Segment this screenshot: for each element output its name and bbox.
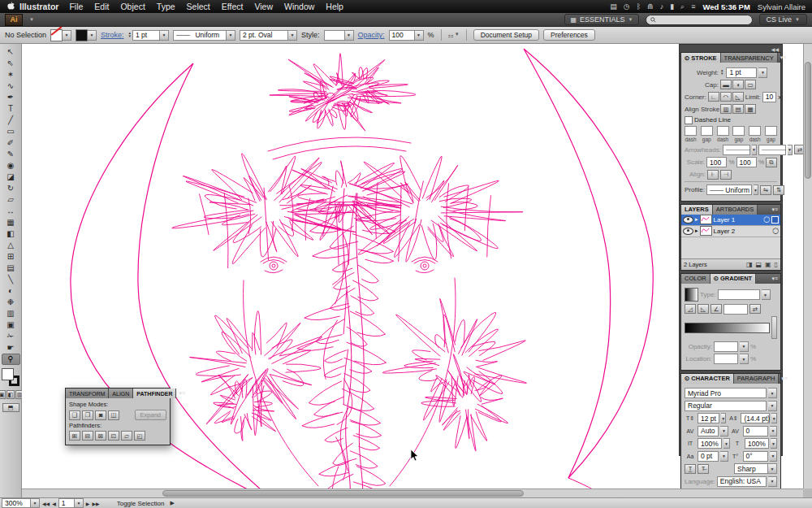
language-field[interactable]: English: USA (717, 476, 767, 487)
draw-normal-button[interactable]: ▣ (0, 390, 6, 399)
preferences-button[interactable]: Preferences (543, 29, 595, 41)
tab-gradient[interactable]: ⊙GRADIENT (710, 274, 756, 284)
arrowhead-end-dropdown[interactable]: ▼ (788, 145, 793, 155)
eraser-tool[interactable]: ◪ (2, 172, 20, 183)
fill-swatch-dropdown[interactable]: ▼ (63, 30, 71, 41)
cap-projecting-icon[interactable]: ▭ (745, 80, 756, 89)
underline-icon[interactable]: T̲ (685, 464, 696, 474)
profile-field[interactable]: —— Uniform (706, 185, 752, 195)
gradient-angle-field[interactable] (723, 304, 748, 315)
flip-along-icon[interactable]: ⇋ (760, 185, 771, 195)
rotate-tool[interactable]: ↻ (2, 183, 20, 194)
display-icon[interactable]: ▤ (610, 2, 617, 11)
document-setup-button[interactable]: Document Setup (473, 29, 539, 41)
selection-tool[interactable]: ↖ (2, 46, 20, 58)
rectangle-tool[interactable]: ▭ (2, 126, 20, 137)
gradient-stroke-icon-2[interactable]: ◺ (698, 304, 709, 314)
gradient-midpoint-slider[interactable] (771, 316, 777, 339)
weight-dropdown[interactable]: ▼ (758, 67, 767, 78)
tracking-dropdown[interactable]: ▼ (770, 426, 777, 436)
tab-pathfinder[interactable]: PATHFINDER (133, 389, 176, 398)
menu-window[interactable]: Window (279, 2, 320, 11)
zoom-level-field[interactable]: 300% (2, 498, 31, 508)
previous-artboard-button[interactable]: ◀ (52, 501, 56, 506)
draw-behind-button[interactable]: ◧ (6, 390, 15, 399)
zoom-tool[interactable]: ⚲ (2, 354, 20, 365)
tab-transform[interactable]: TRANSFORM (66, 389, 109, 398)
dash-field-0[interactable] (685, 126, 697, 136)
font-style-field[interactable]: Regular (685, 401, 767, 411)
bluetooth-icon[interactable]: ᛒ (637, 2, 641, 11)
search-input[interactable] (646, 15, 753, 25)
intersect-icon[interactable]: ◙ (95, 410, 106, 420)
hand-tool[interactable]: ☛ (2, 342, 20, 354)
outline-icon[interactable]: ▱ (121, 431, 132, 441)
kerning-field[interactable]: Auto (698, 426, 719, 436)
horizontal-scale-field[interactable]: 100% (698, 438, 722, 449)
illustrator-app-icon[interactable]: Ai (5, 14, 23, 26)
gradient-slider[interactable] (685, 323, 770, 333)
eyedropper-tool[interactable]: ╲ (2, 274, 20, 285)
tab-color[interactable]: COLOR (681, 274, 710, 284)
cap-round-icon[interactable]: ◖ (732, 80, 744, 89)
fill-stroke-indicator[interactable] (2, 368, 19, 386)
horizontal-scale-dropdown[interactable]: ▼ (723, 438, 730, 449)
disclosure-triangle-icon[interactable]: ▸ (695, 228, 698, 234)
app-name[interactable]: Illustrator (19, 2, 58, 11)
time-machine-icon[interactable]: ◷ (624, 2, 630, 11)
lasso-tool[interactable]: ∿ (2, 80, 20, 92)
align-stroke-inside-icon[interactable]: ▤ (732, 104, 744, 114)
status-indicator[interactable]: Toggle Selection (117, 500, 165, 507)
layer-target-icon[interactable]: ◯ (763, 216, 770, 223)
antialias-field[interactable]: Sharp (734, 463, 768, 474)
disclosure-triangle-icon[interactable]: ▸ (695, 216, 698, 223)
tracking-field[interactable]: 0 (743, 426, 768, 436)
opacity-field[interactable]: 100 (389, 30, 415, 41)
tab-transparency[interactable]: TRANSPARENCY (721, 53, 778, 63)
width-tool[interactable]: ↔ (2, 206, 20, 217)
language-dropdown[interactable]: ▼ (768, 476, 777, 487)
dash-field-4[interactable] (749, 126, 761, 136)
exclude-icon[interactable]: ◫ (108, 410, 119, 420)
shape-builder-tool[interactable]: ◧ (2, 228, 20, 240)
stroke-swatch-dropdown[interactable]: ▼ (88, 30, 97, 41)
vertical-scrollbar-thumb[interactable] (805, 62, 811, 179)
panel-menu-icon[interactable]: ▾≡ (779, 374, 790, 384)
panel-menu-icon[interactable]: ▾≡ (769, 274, 780, 284)
make-clipping-mask-icon[interactable]: ◨ (746, 261, 753, 268)
magic-wand-tool[interactable]: ✶ (2, 69, 20, 80)
fill-swatch[interactable] (50, 29, 63, 41)
character-rotation-dropdown[interactable]: ▼ (770, 451, 777, 462)
join-round-icon[interactable]: ◠ (720, 92, 732, 102)
cap-butt-icon[interactable]: ▬ (720, 80, 732, 89)
minus-back-icon[interactable]: ◰ (134, 431, 145, 441)
gradient-thumbnail[interactable] (685, 288, 698, 302)
font-size-field[interactable]: 12 pt (698, 413, 719, 423)
reverse-gradient-icon[interactable]: ⇄ (749, 304, 761, 314)
layer-name[interactable]: Layer 1 (714, 216, 736, 224)
dash-field-3[interactable] (732, 126, 745, 136)
stroke-weight-stepper[interactable]: ▲▼ (128, 32, 132, 38)
dash-field-2[interactable] (717, 126, 729, 136)
font-family-field[interactable]: Myriad Pro (685, 388, 767, 398)
stroke-panel-link[interactable]: Stroke: (101, 31, 124, 39)
tab-artboards[interactable]: ARTBOARDS (713, 205, 758, 215)
gradient-type-field[interactable] (718, 289, 760, 300)
join-bevel-icon[interactable]: ◺ (732, 92, 744, 102)
arrow-scale-end[interactable]: 100 (736, 157, 757, 167)
menubar-clock[interactable]: Wed 5:36 PM (702, 2, 749, 11)
pathfinder-floating-panel[interactable]: TRANSFORMALIGNPATHFINDER▾≡ Shape Modes: … (65, 388, 171, 445)
stroke-weight-dropdown[interactable]: ▼ (160, 30, 169, 41)
font-size-dropdown[interactable]: ▼ (721, 413, 727, 423)
collapse-dock-button[interactable]: ◀◀ (771, 46, 779, 52)
first-artboard-button[interactable]: ◀◀ (42, 501, 50, 506)
leading-dropdown[interactable]: ▼ (771, 413, 777, 423)
blend-tool[interactable]: ◐ (2, 285, 20, 297)
expand-button[interactable]: Expand (135, 410, 166, 420)
battery-icon[interactable]: ▮ (670, 2, 674, 11)
font-style-dropdown[interactable]: ▼ (768, 401, 777, 411)
horizontal-scrollbar-thumb[interactable] (162, 490, 524, 497)
tab-paragraph[interactable]: PARAGRAPH (734, 374, 780, 384)
brush-field[interactable]: 2 pt. Oval (240, 30, 288, 41)
last-artboard-button[interactable]: ▶▶ (92, 501, 99, 506)
